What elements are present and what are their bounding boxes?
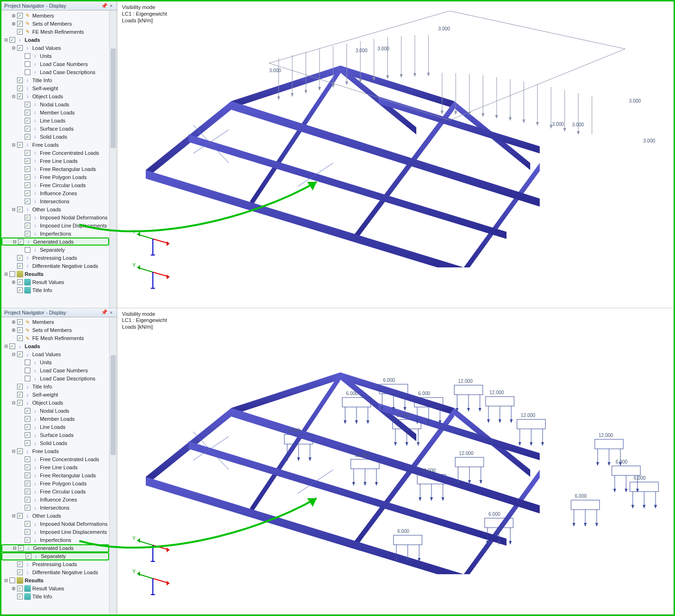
checkbox[interactable] [25, 199, 30, 204]
checkbox[interactable] [25, 158, 30, 164]
tree-item[interactable]: ✎FE Mesh Refinements [1, 28, 109, 36]
tree-item[interactable]: ↓Free Circular Loads [1, 488, 109, 496]
tree-item[interactable]: ⊞Result Values [1, 585, 109, 593]
collapse-icon[interactable]: ⊟ [11, 513, 17, 519]
checkbox[interactable] [17, 561, 23, 567]
checkbox[interactable] [25, 432, 30, 438]
checkbox[interactable] [17, 594, 23, 599]
checkbox[interactable] [17, 77, 23, 83]
checkbox[interactable] [17, 13, 23, 19]
tree-item[interactable]: ⊟↓Object Loads [1, 92, 109, 100]
checkbox[interactable] [25, 231, 30, 237]
checkbox[interactable] [25, 102, 30, 107]
checkbox[interactable] [9, 578, 15, 583]
checkbox[interactable] [25, 215, 30, 220]
checkbox[interactable] [17, 279, 23, 285]
checkbox[interactable] [25, 537, 30, 543]
tree-item[interactable]: ↓Imperfections [1, 536, 109, 544]
tree-item[interactable]: ↓Title Info [1, 76, 109, 84]
pin-icon[interactable]: 📌 [102, 310, 107, 315]
tree-item[interactable]: ↓Imposed Nodal Deformations [1, 520, 109, 528]
tree-item[interactable]: ↓Surface Loads [1, 431, 109, 439]
collapse-icon[interactable]: ⊟ [11, 448, 17, 454]
tree-item[interactable]: ↓Line Loads [1, 423, 109, 431]
checkbox[interactable] [25, 174, 30, 180]
collapse-icon[interactable]: ⊟ [3, 271, 9, 277]
tree-item[interactable]: ↓Differentiate Negative Loads [1, 262, 109, 270]
tree-item[interactable]: ↓Imposed Line Displacements [1, 528, 109, 536]
checkbox[interactable] [17, 335, 23, 341]
tree-item[interactable]: ↓Imposed Nodal Deformations [1, 213, 109, 221]
tree-item[interactable]: ⊟↓Free Loads [1, 447, 109, 455]
tree-item[interactable]: ⊟↓Generated Loads [1, 544, 109, 552]
tree-item[interactable]: ↓Nodal Loads [1, 407, 109, 415]
tree-item[interactable]: Title Info [1, 593, 109, 601]
tree-item[interactable]: ↓Free Concentrated Loads [1, 149, 109, 157]
tree-item[interactable]: ↓Free Rectangular Loads [1, 472, 109, 480]
checkbox[interactable] [18, 239, 24, 245]
tree-item[interactable]: ↓Member Loads [1, 415, 109, 423]
tree-item[interactable]: ↓Free Line Loads [1, 464, 109, 472]
tree-item[interactable]: ↓Free Rectangular Loads [1, 165, 109, 173]
tree-item[interactable]: ⊟↓Load Values [1, 351, 109, 359]
expand-icon[interactable]: ⊞ [11, 21, 17, 27]
checkbox[interactable] [25, 118, 30, 123]
tree-item[interactable]: ↓Separately [1, 246, 109, 254]
tree-top[interactable]: ⊞✎Members⊞✎Sets of Members✎FE Mesh Refin… [1, 10, 109, 308]
checkbox[interactable] [25, 456, 30, 462]
checkbox[interactable] [17, 45, 23, 51]
checkbox[interactable] [25, 481, 30, 486]
checkbox[interactable] [17, 569, 23, 575]
checkbox[interactable] [25, 126, 30, 132]
checkbox[interactable] [17, 255, 23, 261]
expand-icon[interactable]: ⊞ [11, 13, 17, 19]
tree-item[interactable]: ⊟↓Other Loads [1, 205, 109, 213]
tree-item[interactable]: ↓Free Line Loads [1, 157, 109, 165]
checkbox[interactable] [17, 94, 23, 99]
tree-item[interactable]: ⊟↓Loads [1, 36, 109, 44]
tree-item[interactable]: ↓Self-weight [1, 391, 109, 399]
checkbox[interactable] [25, 489, 30, 494]
checkbox[interactable] [9, 343, 15, 349]
checkbox[interactable] [17, 513, 23, 519]
tree-item[interactable]: ⊞✎Sets of Members [1, 19, 109, 28]
checkbox[interactable] [25, 53, 30, 59]
expand-icon[interactable]: ⊞ [11, 327, 17, 333]
checkbox[interactable] [25, 505, 30, 511]
tree-item[interactable]: ⊟Results [1, 270, 109, 278]
close-icon[interactable]: × [108, 310, 114, 315]
checkbox[interactable] [9, 271, 15, 277]
checkbox[interactable] [17, 319, 23, 325]
checkbox[interactable] [17, 351, 23, 357]
checkbox[interactable] [25, 464, 30, 470]
checkbox[interactable] [17, 142, 23, 148]
tree-item[interactable]: ↓Load Case Numbers [1, 60, 109, 68]
checkbox[interactable] [25, 182, 30, 188]
tree-item[interactable]: ⊟↓Generated Loads [1, 237, 109, 246]
tree-item[interactable]: ↓Load Case Descriptions [1, 68, 109, 76]
scrollbar[interactable] [109, 317, 117, 615]
tree-item[interactable]: ↓Influence Zones [1, 496, 109, 504]
scrollbar[interactable] [109, 10, 117, 308]
collapse-icon[interactable]: ⊟ [11, 207, 17, 212]
tree-item[interactable]: ↓Free Concentrated Loads [1, 455, 109, 464]
checkbox[interactable] [25, 521, 30, 527]
checkbox[interactable] [17, 400, 23, 406]
expand-icon[interactable]: ⊞ [11, 586, 17, 591]
collapse-icon[interactable]: ⊟ [11, 94, 17, 99]
checkbox[interactable] [25, 166, 30, 172]
collapse-icon[interactable]: ⊟ [12, 239, 18, 245]
checkbox[interactable] [17, 384, 23, 389]
checkbox[interactable] [25, 223, 30, 228]
checkbox[interactable] [25, 529, 30, 535]
checkbox[interactable] [17, 327, 23, 333]
pin-icon[interactable]: 📌 [102, 3, 107, 9]
checkbox[interactable] [25, 416, 30, 422]
checkbox[interactable] [17, 29, 23, 35]
collapse-icon[interactable]: ⊟ [12, 545, 18, 551]
checkbox[interactable] [17, 21, 23, 27]
checkbox[interactable] [25, 360, 30, 365]
checkbox[interactable] [26, 553, 31, 559]
tree-item[interactable]: ↓Influence Zones [1, 189, 109, 197]
checkbox[interactable] [25, 150, 30, 156]
